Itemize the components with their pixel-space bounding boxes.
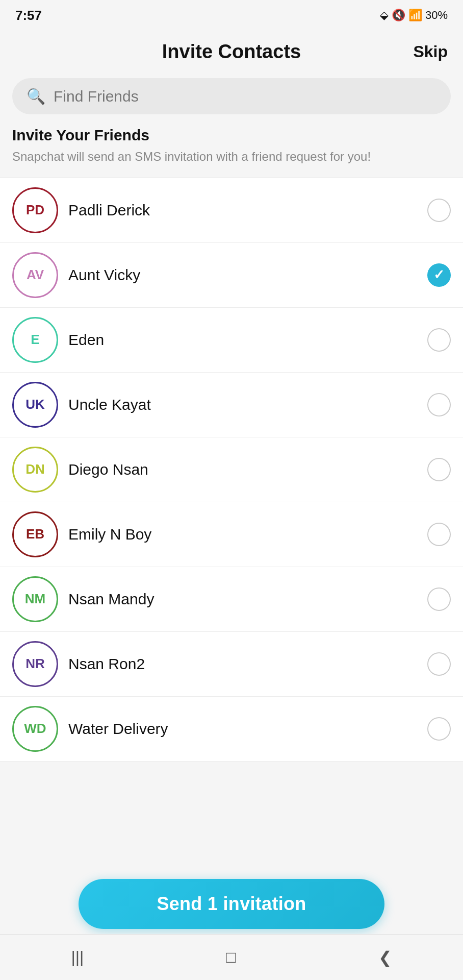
contact-name: Padli Derick: [68, 202, 417, 219]
contact-item[interactable]: NRNsan Ron2: [0, 632, 463, 697]
section-title: Invite Your Friends: [0, 127, 463, 148]
contact-item[interactable]: EBEmily N Boy: [0, 502, 463, 567]
contact-name: Emily N Boy: [68, 526, 417, 543]
nav-back-button[interactable]: ❮: [363, 943, 407, 972]
contact-avatar: AV: [12, 252, 58, 298]
header: Invite Contacts Skip: [0, 31, 463, 73]
contact-item[interactable]: EEden: [0, 308, 463, 373]
contact-checkbox[interactable]: [427, 717, 451, 741]
contact-avatar: WD: [12, 706, 58, 752]
contact-name: Aunt Vicky: [68, 266, 417, 284]
contact-item[interactable]: AVAunt Vicky: [0, 243, 463, 308]
contact-list: PDPadli DerickAVAunt VickyEEdenUKUncle K…: [0, 178, 463, 762]
search-icon: 🔍: [27, 87, 45, 105]
contact-checkbox[interactable]: [427, 393, 451, 416]
contact-checkbox[interactable]: [427, 587, 451, 611]
battery-text: 30%: [425, 9, 448, 22]
bluetooth-icon: ⬙: [380, 9, 389, 22]
contact-avatar: NR: [12, 641, 58, 687]
contact-avatar: NM: [12, 576, 58, 622]
page-title: Invite Contacts: [162, 41, 301, 63]
contact-avatar: EB: [12, 511, 58, 557]
status-icons: ⬙ 🔇 📶 30%: [380, 9, 448, 22]
contact-checkbox[interactable]: [427, 652, 451, 676]
contact-item[interactable]: WDWater Delivery: [0, 697, 463, 762]
mute-icon: 🔇: [392, 9, 405, 22]
send-invitation-button[interactable]: Send 1 invitation: [79, 879, 384, 929]
contact-avatar: UK: [12, 382, 58, 428]
contact-avatar: E: [12, 317, 58, 363]
contact-name: Nsan Mandy: [68, 591, 417, 608]
status-bar: 7:57 ⬙ 🔇 📶 30%: [0, 0, 463, 31]
contact-item[interactable]: NMNsan Mandy: [0, 567, 463, 632]
contact-avatar: DN: [12, 447, 58, 493]
contact-name: Eden: [68, 331, 417, 349]
contact-avatar: PD: [12, 187, 58, 233]
search-bar[interactable]: 🔍: [12, 78, 451, 114]
contact-item[interactable]: PDPadli Derick: [0, 178, 463, 243]
skip-button[interactable]: Skip: [413, 42, 448, 61]
contact-checkbox[interactable]: [427, 523, 451, 546]
bottom-nav: ||| □ ❮: [0, 934, 463, 980]
search-input[interactable]: [54, 88, 436, 105]
contact-name: Water Delivery: [68, 720, 417, 738]
contact-item[interactable]: UKUncle Kayat: [0, 373, 463, 437]
nav-menu-button[interactable]: |||: [56, 943, 99, 972]
contact-name: Diego Nsan: [68, 461, 417, 478]
contact-name: Nsan Ron2: [68, 655, 417, 673]
contact-item[interactable]: DNDiego Nsan: [0, 437, 463, 502]
send-button-overlay: Send 1 invitation: [79, 879, 384, 929]
contact-checkbox[interactable]: [427, 199, 451, 222]
nav-home-button[interactable]: □: [211, 943, 251, 972]
time: 7:57: [15, 8, 42, 23]
section-subtitle: Snapchat will send an SMS invitation wit…: [0, 148, 463, 178]
contact-checkbox[interactable]: [427, 263, 451, 287]
wifi-icon: 📶: [408, 9, 422, 22]
contact-checkbox[interactable]: [427, 328, 451, 352]
contact-name: Uncle Kayat: [68, 396, 417, 413]
contact-checkbox[interactable]: [427, 458, 451, 481]
